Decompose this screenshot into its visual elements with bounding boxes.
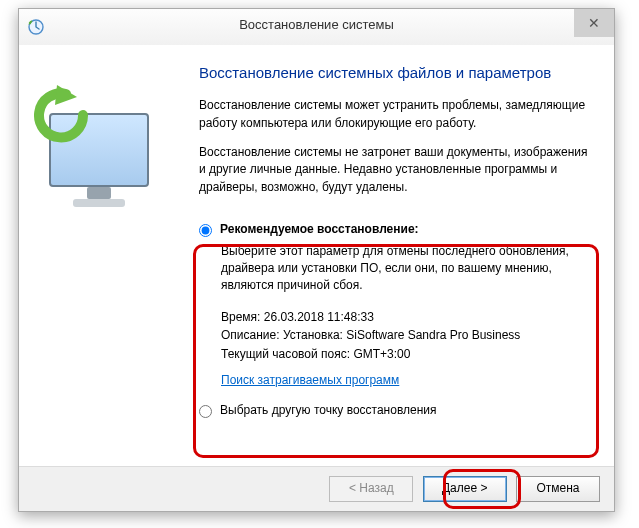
- svg-marker-2: [55, 85, 77, 105]
- screenshot-root: Восстановление системы ✕ Восстановление …: [0, 0, 639, 528]
- radio-other[interactable]: [199, 405, 212, 418]
- cancel-button[interactable]: Отмена: [516, 476, 600, 502]
- restore-description: Описание: Установка: SiSoftware Sandra P…: [221, 326, 596, 345]
- restore-timezone: Текущий часовой пояс: GMT+3:00: [221, 345, 596, 364]
- affected-programs-link[interactable]: Поиск затрагиваемых программ: [221, 373, 399, 387]
- recommended-description: Выберите этот параметр для отмены послед…: [221, 243, 596, 293]
- titlebar: Восстановление системы ✕: [19, 9, 614, 46]
- restore-arrow-icon: [33, 85, 93, 145]
- restore-time: Время: 26.03.2018 11:48:33: [221, 308, 596, 327]
- radio-recommended[interactable]: [199, 224, 212, 237]
- radio-other-label: Выбрать другую точку восстановления: [220, 403, 437, 417]
- radio-recommended-label: Рекомендуемое восстановление:: [220, 222, 419, 236]
- dialog-footer: < Назад Далее > Отмена: [19, 466, 614, 511]
- close-icon: ✕: [588, 15, 600, 31]
- window-title: Восстановление системы: [19, 17, 614, 32]
- option-choose-other[interactable]: Выбрать другую точку восстановления: [199, 403, 596, 418]
- intro-paragraph-2: Восстановление системы не затронет ваши …: [199, 144, 596, 196]
- intro-paragraph-1: Восстановление системы может устранить п…: [199, 97, 596, 132]
- dialog-window: Восстановление системы ✕ Восстановление …: [18, 8, 615, 512]
- next-button[interactable]: Далее >: [423, 476, 507, 502]
- wizard-graphic: [29, 81, 189, 211]
- content-area: Восстановление системных файлов и параме…: [199, 63, 596, 457]
- option-recommended[interactable]: Рекомендуемое восстановление:: [199, 222, 596, 237]
- dialog-body: Восстановление системных файлов и параме…: [19, 45, 614, 467]
- back-button: < Назад: [329, 476, 413, 502]
- page-heading: Восстановление системных файлов и параме…: [199, 63, 596, 83]
- close-button[interactable]: ✕: [574, 9, 614, 37]
